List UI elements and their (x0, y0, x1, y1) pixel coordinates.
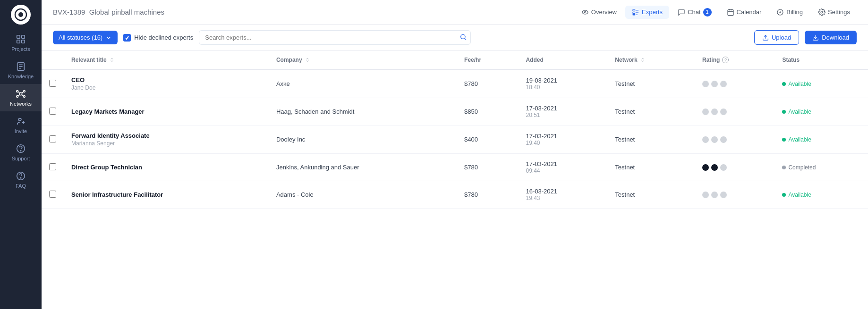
col-title[interactable]: Relevant title (64, 51, 269, 69)
cell-fee-2: $400 (457, 125, 518, 154)
date-time: 19:40 (526, 140, 600, 146)
search-input[interactable] (199, 30, 471, 45)
status-text-2: Available (788, 136, 811, 143)
sidebar-item-faq-label: FAQ (16, 183, 26, 189)
cell-company-4: Adams - Cole (269, 181, 457, 209)
search-icon (460, 33, 467, 41)
svg-line-16 (22, 92, 24, 93)
cell-network-2: Testnet (607, 125, 695, 154)
main-content: BVX-1389 Global pinball machines Overvie… (42, 0, 868, 309)
chat-badge: 1 (703, 8, 712, 17)
status-dot-2 (782, 138, 786, 142)
sort-icon-title (109, 57, 115, 63)
svg-point-14 (24, 96, 26, 98)
table-row: Legacy Markets ManagerHaag, Schaden and … (42, 98, 868, 125)
row-checkbox-3[interactable] (49, 163, 56, 170)
sidebar-item-networks-label: Networks (10, 101, 32, 107)
sidebar-item-support[interactable]: Support (0, 139, 42, 166)
status-dot-0 (782, 82, 786, 86)
search-button[interactable] (460, 33, 467, 42)
svg-point-25 (20, 177, 21, 178)
rating-dot-3-1 (711, 164, 718, 171)
cell-status-0: Available (774, 69, 868, 98)
svg-point-26 (582, 10, 588, 14)
cell-network-1: Testnet (607, 98, 695, 125)
col-company[interactable]: Company (269, 51, 457, 69)
app-logo[interactable] (11, 5, 31, 25)
cell-title-0[interactable]: CEOJane Doe (64, 69, 269, 98)
sidebar-item-projects[interactable]: Projects (0, 29, 42, 57)
cell-fee-1: $850 (457, 98, 518, 125)
sidebar-item-faq[interactable]: FAQ (0, 166, 42, 193)
rating-dots-1 (702, 109, 767, 115)
cell-company-0: Axke (269, 69, 457, 98)
nav-settings[interactable]: Settings (811, 6, 857, 19)
row-checkbox-2[interactable] (49, 135, 56, 142)
download-icon (812, 34, 819, 41)
nav-settings-label: Settings (828, 8, 850, 16)
nav-overview[interactable]: Overview (575, 6, 623, 19)
status-badge-3: Completed (782, 164, 860, 171)
sidebar-item-invite-label: Invite (15, 128, 27, 134)
status-badge-0: Available (782, 81, 860, 87)
download-button-label: Download (822, 34, 849, 41)
sidebar-item-projects-label: Projects (11, 46, 30, 52)
expert-title: Legacy Markets Manager (71, 108, 261, 115)
rating-help-icon[interactable]: ? (722, 57, 729, 63)
cell-title-1[interactable]: Legacy Markets Manager (64, 98, 269, 125)
nav-chat-label: Chat (688, 8, 700, 16)
nav-overview-label: Overview (591, 8, 617, 16)
date-main: 16-03-2021 (526, 188, 600, 195)
row-checkbox-0[interactable] (49, 80, 56, 87)
cell-status-2: Available (774, 125, 868, 154)
svg-point-11 (17, 91, 18, 92)
hide-declined-checkbox[interactable] (123, 34, 131, 42)
nav-chat[interactable]: Chat 1 (671, 5, 718, 19)
row-checkbox-4[interactable] (49, 191, 56, 198)
date-time: 09:44 (526, 167, 600, 174)
rating-dots-2 (702, 136, 767, 143)
expert-title: CEO (71, 76, 261, 84)
project-name: Global pinball machines (89, 8, 164, 16)
expert-subtitle: Marianna Senger (71, 140, 261, 147)
cell-title-4[interactable]: Senior Infrastructure Facilitator (64, 181, 269, 209)
cell-title-2[interactable]: Forward Identity AssociateMarianna Senge… (64, 125, 269, 154)
cell-title-3[interactable]: Direct Group Technician (64, 154, 269, 181)
table-row: CEOJane DoeAxke$78019-03-202118:40Testne… (42, 69, 868, 98)
svg-rect-30 (633, 14, 635, 15)
col-checkbox (42, 51, 64, 69)
nav-billing[interactable]: Billing (770, 6, 809, 19)
hide-declined-label[interactable]: Hide declined experts (123, 34, 193, 42)
rating-dot-0-2 (720, 81, 727, 87)
col-network[interactable]: Network (607, 51, 695, 69)
nav-experts[interactable]: Experts (625, 6, 669, 19)
top-nav: BVX-1389 Global pinball machines Overvie… (42, 0, 868, 25)
nav-calendar-label: Calendar (737, 8, 762, 16)
nav-items: Overview Experts Chat 1 (179, 5, 857, 19)
status-filter-dropdown[interactable]: All statuses (16) (53, 31, 118, 44)
sidebar: Projects Knowledge Networks (0, 0, 42, 309)
cell-company-2: Dooley Inc (269, 125, 457, 154)
cell-added-0: 19-03-202118:40 (518, 69, 607, 98)
sidebar-item-invite[interactable]: Invite (0, 111, 42, 139)
download-button[interactable]: Download (805, 31, 857, 44)
status-filter-label: All statuses (16) (59, 34, 102, 41)
nav-calendar[interactable]: Calendar (720, 6, 768, 19)
rating-dot-0-0 (702, 81, 709, 87)
sort-icon-company (305, 57, 310, 63)
upload-button[interactable]: Upload (754, 30, 799, 45)
svg-rect-34 (728, 9, 733, 15)
upload-icon (762, 34, 769, 41)
billing-icon (776, 8, 784, 16)
svg-rect-3 (22, 35, 25, 38)
svg-point-1 (18, 12, 23, 17)
svg-line-41 (465, 38, 466, 40)
sidebar-item-networks[interactable]: Networks (0, 84, 42, 111)
rating-dot-0-1 (711, 81, 718, 87)
sidebar-item-knowledge[interactable]: Knowledge (0, 57, 42, 84)
expert-subtitle: Jane Doe (71, 84, 261, 91)
rating-dots-3 (702, 164, 767, 171)
row-checkbox-1[interactable] (49, 108, 56, 115)
rating-dot-4-2 (720, 192, 727, 198)
status-dot-4 (782, 193, 786, 197)
